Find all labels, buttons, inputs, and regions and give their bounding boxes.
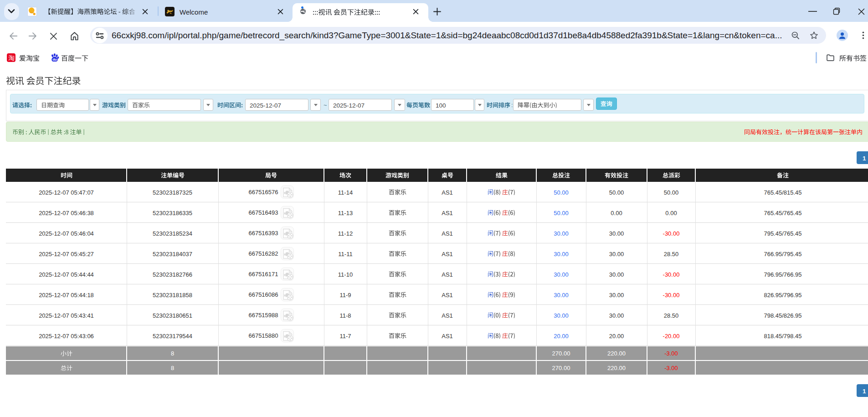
svg-text:du: du — [52, 57, 57, 62]
